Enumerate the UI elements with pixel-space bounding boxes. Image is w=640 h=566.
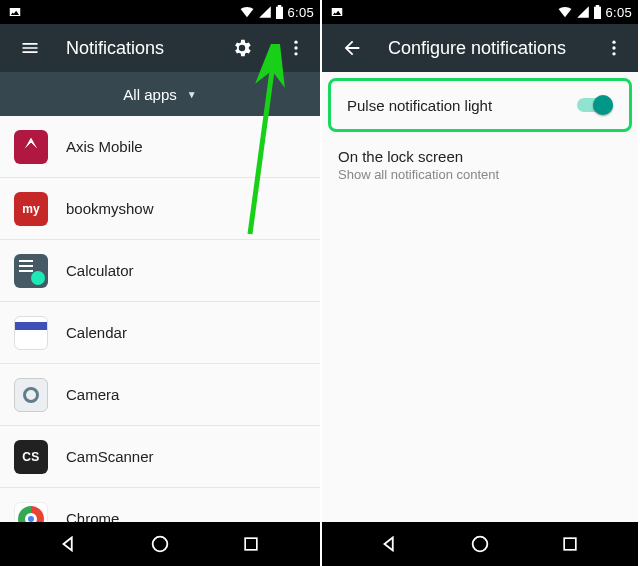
cell-signal-icon xyxy=(258,5,272,19)
overflow-menu-button[interactable] xyxy=(278,30,314,66)
annotation-highlight: Pulse notification light xyxy=(328,78,632,132)
app-bar: Notifications xyxy=(0,24,320,72)
calendar-day: 31 xyxy=(24,330,37,344)
menu-button[interactable] xyxy=(12,30,48,66)
app-row-bookmyshow[interactable]: my bookmyshow xyxy=(0,178,320,240)
page-title: Configure notifications xyxy=(388,38,578,59)
app-icon: 31 xyxy=(14,316,48,350)
chevron-down-icon: ▼ xyxy=(187,89,197,100)
app-label: Calculator xyxy=(66,262,134,279)
app-icon xyxy=(14,502,48,523)
nav-recents-button[interactable] xyxy=(548,522,592,566)
setting-value: Show all notification content xyxy=(338,167,622,182)
apps-filter-label: All apps xyxy=(123,86,176,103)
setting-lock-screen[interactable]: On the lock screen Show all notification… xyxy=(322,134,638,196)
status-time: 6:05 xyxy=(605,5,632,20)
app-icon xyxy=(14,130,48,164)
app-label: bookmyshow xyxy=(66,200,154,217)
app-row-calendar[interactable]: 31 Calendar xyxy=(0,302,320,364)
app-row-axis[interactable]: Axis Mobile xyxy=(0,116,320,178)
nav-recents-button[interactable] xyxy=(229,522,273,566)
page-title: Notifications xyxy=(66,38,206,59)
svg-point-6 xyxy=(612,46,615,49)
settings-list: Pulse notification light On the lock scr… xyxy=(322,72,638,522)
wifi-icon xyxy=(239,5,255,19)
app-label: Camera xyxy=(66,386,119,403)
app-list: Axis Mobile my bookmyshow Calculator 31 … xyxy=(0,116,320,522)
svg-point-8 xyxy=(473,537,488,552)
app-label: Axis Mobile xyxy=(66,138,143,155)
apps-filter-dropdown[interactable]: All apps ▼ xyxy=(0,72,320,116)
settings-gear-button[interactable] xyxy=(224,30,260,66)
phone-left: 6:05 Notifications All apps ▼ Axis Mobil… xyxy=(0,0,320,566)
app-bar: Configure notifications xyxy=(322,24,638,72)
app-icon xyxy=(14,254,48,288)
app-icon: CS xyxy=(14,440,48,474)
svg-point-3 xyxy=(153,537,168,552)
setting-label: On the lock screen xyxy=(338,148,622,165)
toggle-switch[interactable] xyxy=(577,95,613,115)
app-label: Chrome xyxy=(66,510,119,522)
overflow-menu-button[interactable] xyxy=(596,30,632,66)
back-button[interactable] xyxy=(334,30,370,66)
setting-label: Pulse notification light xyxy=(347,97,565,114)
nav-bar xyxy=(322,522,638,566)
battery-icon xyxy=(593,5,602,19)
battery-icon xyxy=(275,5,284,19)
app-icon: my xyxy=(14,192,48,226)
svg-point-2 xyxy=(294,52,297,55)
nav-back-button[interactable] xyxy=(368,522,412,566)
nav-home-button[interactable] xyxy=(138,522,182,566)
setting-pulse-light[interactable]: Pulse notification light xyxy=(331,81,629,129)
status-bar: 6:05 xyxy=(322,0,638,24)
app-row-chrome[interactable]: Chrome xyxy=(0,488,320,522)
switch-thumb xyxy=(593,95,613,115)
app-row-camera[interactable]: Camera xyxy=(0,364,320,426)
phone-right: 6:05 Configure notifications Pulse notif… xyxy=(320,0,638,566)
app-icon xyxy=(14,378,48,412)
image-indicator-icon xyxy=(330,5,344,19)
wifi-icon xyxy=(557,5,573,19)
status-time: 6:05 xyxy=(287,5,314,20)
svg-point-0 xyxy=(294,41,297,44)
svg-rect-4 xyxy=(245,538,257,550)
app-label: Calendar xyxy=(66,324,127,341)
svg-point-7 xyxy=(612,52,615,55)
app-label: CamScanner xyxy=(66,448,154,465)
status-bar: 6:05 xyxy=(0,0,320,24)
cell-signal-icon xyxy=(576,5,590,19)
svg-point-5 xyxy=(612,41,615,44)
nav-bar xyxy=(0,522,320,566)
nav-home-button[interactable] xyxy=(458,522,502,566)
svg-rect-9 xyxy=(564,538,576,550)
app-row-calculator[interactable]: Calculator xyxy=(0,240,320,302)
nav-back-button[interactable] xyxy=(47,522,91,566)
svg-point-1 xyxy=(294,46,297,49)
app-row-camscanner[interactable]: CS CamScanner xyxy=(0,426,320,488)
image-indicator-icon xyxy=(8,5,22,19)
